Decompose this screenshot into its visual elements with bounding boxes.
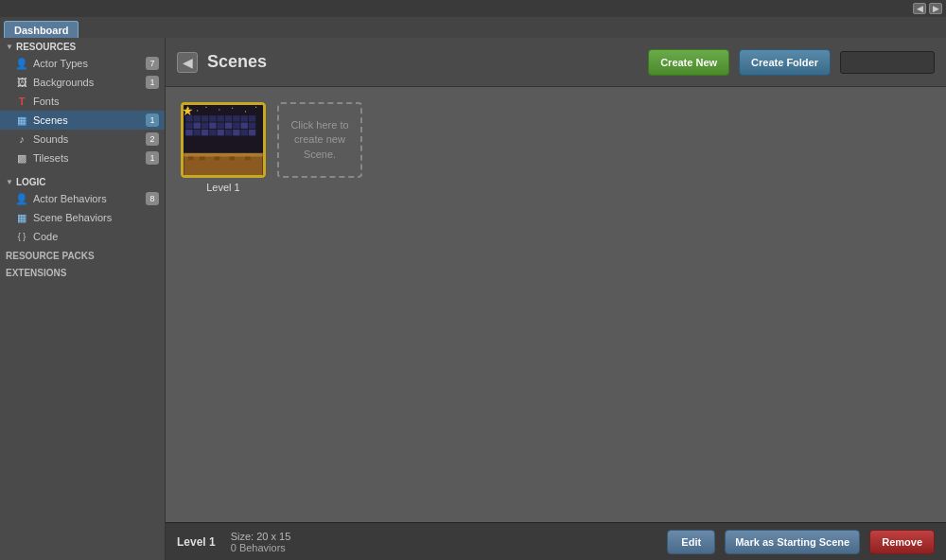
- sounds-icon: ♪: [15, 132, 28, 146]
- scenes-icon: ▦: [15, 114, 28, 127]
- svg-rect-38: [200, 157, 205, 161]
- tilesets-icon: ▩: [15, 151, 28, 165]
- main-layout: ▼ RESOURCES 👤 Actor Types 7 🖼 Background…: [0, 38, 946, 560]
- svg-rect-21: [218, 123, 224, 129]
- scene-behaviors-icon: ▦: [15, 211, 28, 224]
- sidebar-item-fonts[interactable]: T Fonts: [0, 92, 165, 111]
- svg-rect-25: [249, 123, 255, 129]
- remove-button[interactable]: Remove: [869, 530, 935, 554]
- maximize-button[interactable]: ▶: [929, 3, 942, 14]
- sidebar-item-label: Backgrounds: [33, 77, 94, 88]
- title-bar-controls: ◀ ▶: [913, 3, 942, 14]
- status-info: Size: 20 x 15 0 Behaviors: [231, 531, 658, 553]
- resource-packs-label: RESOURCE PACKS: [0, 246, 165, 263]
- svg-rect-18: [194, 123, 201, 129]
- code-icon: { }: [15, 230, 28, 243]
- sidebar-item-code[interactable]: { } Code: [0, 227, 165, 246]
- svg-rect-31: [225, 130, 232, 135]
- svg-rect-24: [241, 123, 248, 129]
- actor-types-icon: 👤: [15, 57, 28, 70]
- logic-label: LOGIC: [16, 177, 46, 187]
- edit-button[interactable]: Edit: [667, 530, 715, 554]
- svg-rect-10: [201, 115, 208, 121]
- sidebar-item-tilesets[interactable]: ▩ Tilesets 1: [0, 149, 165, 167]
- svg-rect-29: [209, 130, 216, 135]
- fonts-icon: T: [15, 95, 28, 108]
- new-scene-placeholder[interactable]: Click here to create new Scene.: [277, 102, 362, 178]
- scene-item-level1[interactable]: ★: [181, 102, 266, 193]
- svg-rect-16: [249, 115, 255, 121]
- svg-rect-34: [249, 130, 255, 135]
- svg-rect-40: [229, 157, 235, 161]
- tilesets-badge: 1: [146, 151, 159, 165]
- svg-rect-4: [219, 110, 219, 111]
- sidebar-item-sounds[interactable]: ♪ Sounds 2: [0, 130, 165, 149]
- sidebar-item-backgrounds[interactable]: 🖼 Backgrounds 1: [0, 73, 165, 92]
- create-folder-button[interactable]: Create Folder: [739, 49, 831, 76]
- svg-rect-7: [255, 107, 256, 108]
- svg-rect-17: [185, 123, 192, 129]
- svg-rect-22: [225, 123, 232, 129]
- status-size: Size: 20 x 15: [231, 531, 658, 542]
- sidebar-item-label: Sounds: [33, 133, 68, 145]
- tab-bar: Dashboard: [0, 17, 946, 38]
- resources-section-header[interactable]: ▼ RESOURCES: [0, 38, 165, 54]
- scene-preview: [184, 105, 263, 175]
- svg-rect-26: [185, 130, 192, 135]
- create-new-button[interactable]: Create New: [648, 49, 729, 76]
- svg-rect-28: [201, 130, 208, 135]
- svg-rect-39: [215, 157, 220, 161]
- svg-rect-23: [233, 123, 239, 129]
- sidebar-item-label: Scene Behaviors: [33, 212, 112, 223]
- svg-rect-37: [188, 157, 194, 161]
- sidebar-item-scenes[interactable]: ▦ Scenes 1: [0, 111, 165, 130]
- extensions-label: EXTENSIONS: [0, 263, 165, 280]
- page-title: Scenes: [207, 52, 639, 72]
- logic-section-header[interactable]: ▼ LOGIC: [0, 173, 165, 189]
- sidebar-item-label: Actor Types: [33, 58, 88, 69]
- resources-label: RESOURCES: [16, 42, 76, 52]
- minimize-button[interactable]: ◀: [913, 3, 926, 14]
- sidebar-item-label: Scenes: [33, 114, 68, 126]
- sidebar-item-label: Actor Behaviors: [33, 193, 107, 204]
- back-button[interactable]: ◀: [177, 52, 198, 73]
- scene-thumbnail-level1: ★: [181, 102, 266, 178]
- svg-rect-36: [184, 153, 262, 157]
- sidebar-item-actor-types[interactable]: 👤 Actor Types 7: [0, 54, 165, 73]
- backgrounds-icon: 🖼: [15, 76, 28, 89]
- svg-rect-12: [218, 115, 224, 121]
- sounds-badge: 2: [146, 132, 159, 146]
- search-input[interactable]: [840, 51, 935, 74]
- logic-arrow-icon: ▼: [6, 178, 13, 186]
- back-icon: ◀: [183, 55, 193, 70]
- svg-rect-30: [218, 130, 224, 135]
- svg-rect-6: [245, 111, 246, 112]
- new-scene-text: Click here to create new Scene.: [279, 118, 360, 162]
- svg-rect-13: [225, 115, 232, 121]
- sidebar-item-label: Tilesets: [33, 152, 69, 164]
- svg-rect-3: [206, 107, 207, 108]
- svg-rect-5: [232, 108, 233, 109]
- actor-behaviors-badge: 8: [146, 192, 159, 205]
- actor-types-badge: 7: [146, 57, 159, 70]
- sidebar-item-actor-behaviors[interactable]: 👤 Actor Behaviors 8: [0, 189, 165, 208]
- scene-name: Level 1: [206, 182, 239, 193]
- scenes-badge: 1: [146, 114, 159, 127]
- status-scene-name: Level 1: [177, 535, 216, 549]
- svg-rect-33: [241, 130, 248, 135]
- sidebar: ▼ RESOURCES 👤 Actor Types 7 🖼 Background…: [0, 38, 166, 560]
- svg-rect-27: [194, 130, 201, 135]
- dashboard-tab[interactable]: Dashboard: [4, 21, 79, 38]
- svg-rect-11: [209, 115, 216, 121]
- svg-rect-9: [194, 115, 201, 121]
- content-header: ◀ Scenes Create New Create Folder: [166, 38, 946, 87]
- status-behaviors: 0 Behaviors: [231, 542, 658, 553]
- mark-starting-button[interactable]: Mark as Starting Scene: [725, 530, 860, 554]
- sidebar-item-label: Fonts: [33, 96, 60, 107]
- status-bar: Level 1 Size: 20 x 15 0 Behaviors Edit M…: [166, 522, 946, 560]
- scenes-grid: ★: [166, 87, 946, 522]
- backgrounds-badge: 1: [146, 76, 159, 89]
- sidebar-item-scene-behaviors[interactable]: ▦ Scene Behaviors: [0, 208, 165, 227]
- svg-rect-19: [201, 123, 208, 129]
- starting-scene-star-icon: ★: [182, 103, 194, 118]
